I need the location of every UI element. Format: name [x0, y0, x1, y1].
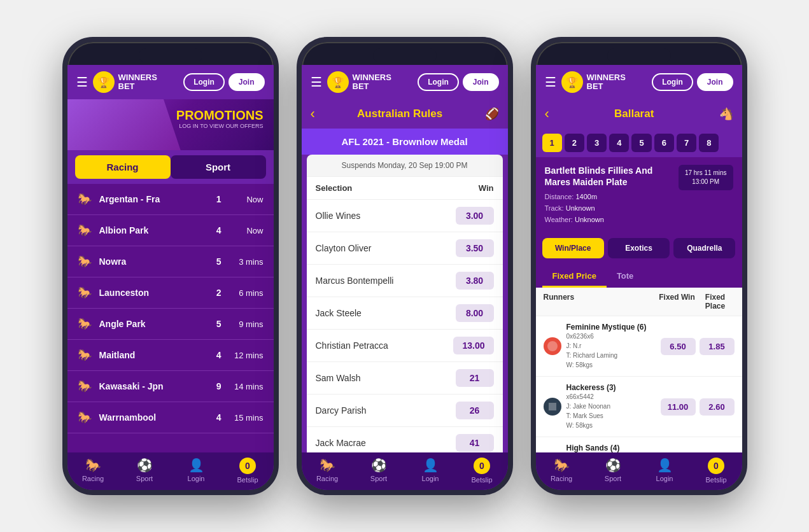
betslip-badge-3: 0	[708, 458, 724, 474]
race-name-4: Angle Park	[99, 319, 216, 329]
race-tab-5[interactable]: 5	[631, 134, 651, 152]
nav-racing-2[interactable]: 🐎 Racing	[302, 458, 353, 484]
bet-row-6[interactable]: Darcy Parish 26	[307, 395, 503, 427]
race-name-1: Albion Park	[99, 225, 216, 235]
phone-3: ☰ 🏆 WINNERS BET Login Join ‹ Ballarat 🐴	[531, 37, 747, 495]
race-item-0[interactable]: 🐎 Argentan - Fra 1 Now	[67, 184, 274, 215]
price-tabs-3: Fixed Price Tote	[536, 263, 742, 288]
nav-login-3[interactable]: 👤 Login	[639, 458, 691, 484]
race-item-4[interactable]: 🐎 Angle Park 5 9 mins	[67, 309, 274, 340]
promo-banner[interactable]: PROMOTIONS LOG IN TO VIEW OUR OFFERS	[67, 99, 274, 150]
nav-login-icon-1: 👤	[188, 458, 204, 473]
col-fixed-place-label-3: Fixed Place	[696, 293, 735, 311]
bet-row-3[interactable]: Jack Steele 8.00	[307, 297, 503, 330]
nav-racing-label-1: Racing	[82, 475, 104, 482]
bet-odds-2[interactable]: 3.80	[456, 272, 494, 290]
back-button-3[interactable]: ‹	[545, 106, 549, 122]
nav-sport-1[interactable]: ⚽ Sport	[119, 458, 171, 484]
bet-odds-4[interactable]: 13.00	[453, 337, 493, 354]
bet-odds-1[interactable]: 3.50	[456, 239, 494, 257]
race-num-2: 5	[216, 256, 222, 267]
bet-row-4[interactable]: Christian Petracca 13.00	[307, 330, 503, 362]
price-tab-tote[interactable]: Tote	[607, 266, 644, 288]
bet-type-exotics[interactable]: Exotics	[608, 238, 670, 258]
race-item-3[interactable]: 🐎 Launceston 2 6 mins	[67, 277, 274, 309]
phone-2: ☰ 🏆 WINNERS BET Login Join ‹ Australian …	[297, 37, 513, 495]
runner-details-1: x66x5442 J: Jake Noonan T: Mark Sues W: …	[566, 392, 661, 430]
login-button[interactable]: Login	[183, 73, 225, 91]
login-button-3[interactable]: Login	[652, 73, 693, 91]
runner-info-0: Feminine Mystique (6) 0x6236x6 J: N.r T:…	[566, 323, 661, 370]
race-tab-8[interactable]: 8	[699, 134, 719, 152]
race-tab-3[interactable]: 3	[587, 134, 607, 152]
hamburger-icon-2[interactable]: ☰	[311, 74, 322, 90]
runner-row-2[interactable]: High Sands (4) 0x0x0x88 J: Lewis German …	[536, 437, 742, 452]
runner-odds-win-1[interactable]: 11.00	[661, 398, 696, 416]
nav-racing-3[interactable]: 🐎 Racing	[536, 458, 587, 484]
nav-betslip-3[interactable]: 0 Betslip	[691, 458, 742, 484]
race-time-line2-3: 13:00 PM	[685, 178, 727, 186]
hamburger-icon-3[interactable]: ☰	[545, 74, 556, 90]
race-item-5[interactable]: 🐎 Maitland 4 12 mins	[67, 340, 274, 371]
bet-row-5[interactable]: Sam Walsh 21	[307, 362, 503, 395]
login-button-2[interactable]: Login	[418, 73, 459, 91]
bet-odds-6[interactable]: 26	[456, 402, 494, 419]
col-fixed-win-label-3: Fixed Win	[658, 293, 696, 311]
bet-row-0[interactable]: Ollie Wines 3.00	[307, 200, 503, 232]
bet-odds-5[interactable]: 21	[456, 369, 494, 387]
nav-login-1[interactable]: 👤 Login	[171, 458, 222, 484]
bet-row-7[interactable]: Jack Macrae 41	[307, 427, 503, 452]
nav-login-label-1: Login	[188, 475, 205, 482]
nav-racing-1[interactable]: 🐎 Racing	[67, 458, 119, 484]
bet-odds-0[interactable]: 3.00	[456, 207, 494, 225]
race-tab-4[interactable]: 4	[609, 134, 629, 152]
join-button[interactable]: Join	[229, 73, 265, 91]
runner-avatar-1	[544, 398, 561, 416]
nav-betslip-1[interactable]: 0 Betslip	[222, 458, 274, 484]
race-time-0: Now	[232, 195, 264, 204]
hamburger-icon[interactable]: ☰	[76, 74, 88, 90]
race-tab-2[interactable]: 2	[565, 134, 584, 152]
race-tab-6[interactable]: 6	[654, 134, 674, 152]
nav-login-2[interactable]: 👤 Login	[405, 458, 456, 484]
phone-1: ☰ 🏆 WINNERS BET Login Join PROMOTIONS LO…	[62, 37, 279, 495]
race-item-1[interactable]: 🐎 Albion Park 4 Now	[67, 215, 274, 246]
nav-sport-2[interactable]: ⚽ Sport	[353, 458, 405, 484]
tab-racing[interactable]: Racing	[75, 155, 171, 179]
runner-odds-place-0[interactable]: 1.85	[700, 338, 735, 355]
nav-login-icon-2: 👤	[423, 458, 439, 473]
price-tab-fixed[interactable]: Fixed Price	[542, 266, 607, 288]
race-item-7[interactable]: 🐎 Warrnambool 4 15 mins	[67, 402, 274, 433]
tab-sport[interactable]: Sport	[171, 155, 266, 179]
runner-row-1[interactable]: Hackeress (3) x66x5442 J: Jake Noonan T:…	[536, 377, 742, 437]
screen-title-2: Australian Rules	[320, 108, 480, 120]
nav-sport-3[interactable]: ⚽ Sport	[587, 458, 639, 484]
race-tab-1[interactable]: 1	[542, 134, 562, 152]
bet-odds-7[interactable]: 41	[456, 434, 494, 452]
nav-sport-label-1: Sport	[136, 475, 153, 482]
race-item-6[interactable]: 🐎 Kawasaki - Jpn 9 14 mins	[67, 371, 274, 402]
bet-type-win-place[interactable]: Win/Place	[542, 238, 604, 258]
bet-odds-3[interactable]: 8.00	[456, 304, 494, 322]
race-tab-7[interactable]: 7	[677, 134, 696, 152]
join-button-3[interactable]: Join	[697, 73, 733, 91]
back-button-2[interactable]: ‹	[311, 106, 315, 122]
race-details-3: Distance: 1400m Track: Unknown Weather: …	[545, 192, 733, 225]
nav-sport-icon-3: ⚽	[605, 458, 621, 473]
race-tabs-row-3: 1 2 3 4 5 6 7 8	[536, 129, 742, 157]
race-num-4: 5	[216, 319, 222, 329]
runner-odds-win-0[interactable]: 6.50	[661, 338, 696, 355]
nav-sport-label-3: Sport	[605, 475, 621, 482]
bet-row-1[interactable]: Clayton Oliver 3.50	[307, 232, 503, 265]
bet-type-quadrella[interactable]: Quadrella	[673, 238, 735, 258]
bet-row-2[interactable]: Marcus Bontempelli 3.80	[307, 265, 503, 297]
race-item-2[interactable]: 🐎 Nowra 5 3 mins	[67, 246, 274, 277]
runner-odds-place-1[interactable]: 2.60	[700, 398, 735, 416]
screen-title-3: Ballarat	[554, 108, 714, 120]
join-button-2[interactable]: Join	[463, 73, 499, 91]
runner-row-0[interactable]: Feminine Mystique (6) 0x6236x6 J: N.r T:…	[536, 316, 742, 377]
horse-icon-3: 🐎	[78, 286, 93, 300]
nav-betslip-2[interactable]: 0 Betslip	[456, 458, 508, 484]
race-list: 🐎 Argentan - Fra 1 Now 🐎 Albion Park 4 N…	[67, 184, 274, 452]
header-buttons: Login Join	[183, 73, 264, 91]
